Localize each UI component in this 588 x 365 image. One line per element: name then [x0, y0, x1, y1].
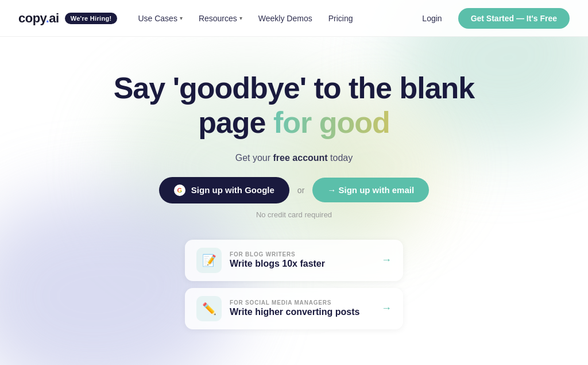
feature-card-social[interactable]: ✏️ FOR SOCIAL MEDIA MANAGERS Write highe…: [185, 288, 403, 329]
logo-text: copy.ai: [18, 11, 59, 26]
hero-section: Say 'goodbye' to the blank page for good…: [0, 37, 588, 219]
get-started-button[interactable]: Get Started — It's Free: [458, 8, 570, 29]
feature-card-blog-label: FOR BLOG WRITERS: [230, 251, 373, 258]
navbar: copy.ai We're Hiring! Use Cases ▾ Resour…: [0, 0, 588, 37]
chevron-down-icon: ▾: [180, 15, 183, 21]
nav-use-cases[interactable]: Use Cases ▾: [131, 9, 189, 28]
google-icon: G: [174, 185, 185, 196]
or-divider: or: [297, 186, 304, 195]
blog-icon: 📝: [196, 248, 222, 273]
hero-subtitle: Get your free account today: [235, 153, 353, 163]
hero-highlight: for good: [273, 106, 390, 139]
nav-pricing[interactable]: Pricing: [322, 9, 360, 28]
no-credit-text: No credit card required: [256, 210, 332, 219]
feature-card-blog-title: Write blogs 10x faster: [230, 259, 373, 269]
hiring-badge[interactable]: We're Hiring!: [65, 13, 118, 24]
logo-dot: .: [46, 11, 49, 25]
nav-resources[interactable]: Resources ▾: [192, 9, 249, 28]
feature-card-social-content: FOR SOCIAL MEDIA MANAGERS Write higher c…: [230, 299, 373, 317]
google-signup-button[interactable]: G Sign up with Google: [159, 177, 289, 203]
arrow-icon: →: [381, 254, 392, 266]
nav-weekly-demos[interactable]: Weekly Demos: [252, 9, 319, 28]
feature-card-blog-content: FOR BLOG WRITERS Write blogs 10x faster: [230, 251, 373, 269]
feature-card-social-label: FOR SOCIAL MEDIA MANAGERS: [230, 299, 373, 306]
chevron-down-icon: ▾: [239, 15, 242, 21]
cta-row: G Sign up with Google or → Sign up with …: [159, 177, 429, 203]
hero-title: Say 'goodbye' to the blank page for good: [114, 71, 475, 140]
logo[interactable]: copy.ai We're Hiring!: [18, 11, 117, 26]
login-button[interactable]: Login: [415, 9, 448, 28]
feature-card-blog[interactable]: 📝 FOR BLOG WRITERS Write blogs 10x faste…: [185, 240, 403, 281]
feature-cards: 📝 FOR BLOG WRITERS Write blogs 10x faste…: [0, 240, 588, 329]
nav-links: Use Cases ▾ Resources ▾ Weekly Demos Pri…: [131, 9, 415, 28]
email-signup-button[interactable]: → Sign up with email: [312, 178, 429, 202]
social-icon: ✏️: [196, 296, 222, 321]
nav-right: Login Get Started — It's Free: [415, 8, 570, 29]
feature-card-social-title: Write higher converting posts: [230, 307, 373, 317]
arrow-icon: →: [381, 302, 392, 314]
hero-title-line2: page for good: [114, 106, 475, 140]
